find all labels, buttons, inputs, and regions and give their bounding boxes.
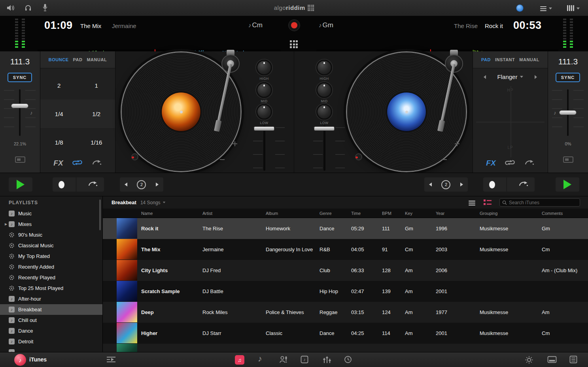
artists-icon[interactable]	[279, 356, 288, 365]
sidebar-item[interactable]: Top 25 Most Played	[0, 283, 102, 294]
itunes-icon[interactable]: ♪	[14, 354, 26, 366]
left-sync-button[interactable]: SYNC	[8, 73, 32, 82]
loop-halve-button[interactable]	[125, 183, 127, 186]
column-header[interactable]: Artist	[202, 209, 212, 218]
left-start-stop-knob[interactable]	[131, 153, 138, 160]
left-cue-button[interactable]	[59, 181, 64, 188]
tab-pad[interactable]: PAD	[73, 57, 83, 62]
sidebar-scrollbar[interactable]	[99, 199, 101, 230]
sidebar-item[interactable]: ♪Dance	[0, 326, 102, 336]
track-row[interactable]: DeepRock MilesPolice & ThievesReggae03:1…	[103, 302, 588, 323]
deck-layout-icon[interactable]	[567, 5, 575, 13]
loop-length-button[interactable]: 1	[78, 71, 115, 100]
mixer-view-icon[interactable]	[547, 356, 557, 365]
right-loop-length[interactable]: 2	[441, 180, 450, 189]
right-volume-fader-track[interactable]	[323, 126, 325, 171]
sidebar-item[interactable]: 90's Music	[0, 230, 102, 240]
left-keylock-icon[interactable]	[15, 156, 25, 163]
sidebar-item[interactable]: My Top Rated	[0, 251, 102, 262]
columns-header-row[interactable]: NameArtistAlbumGenreTimeBPMKeyYearGroupi…	[103, 209, 588, 218]
record-button[interactable]	[288, 19, 300, 31]
songs-icon[interactable]: ♪	[258, 354, 262, 363]
left-eq-mid-knob[interactable]	[256, 82, 272, 98]
fx-prev-icon[interactable]	[484, 75, 486, 79]
sidebar-item[interactable]: Classical Music	[0, 240, 102, 251]
loop-length-button[interactable]: 1/4	[40, 100, 78, 128]
right-volume-fader-handle[interactable]	[314, 126, 335, 131]
left-eq-low-knob[interactable]	[256, 104, 272, 120]
fx-next-icon[interactable]	[535, 75, 537, 79]
right-eq-high-knob[interactable]	[316, 60, 332, 75]
loop-length-button[interactable]: 1/16	[78, 128, 115, 156]
track-row[interactable]: Scratch SampleDJ BattleHip Hop02:47139Am…	[103, 281, 588, 302]
history-icon[interactable]	[344, 356, 352, 365]
track-row[interactable]: HigherDJ StarrClassicDance04:25114Am2001…	[103, 323, 588, 344]
loop-length-button[interactable]: 1/8	[40, 128, 78, 156]
right-eq-mid-knob[interactable]	[316, 82, 332, 98]
sidebar-item[interactable]: Recently Added	[0, 262, 102, 272]
track-row[interactable]	[103, 344, 588, 352]
left-pitch-slider-handle[interactable]	[11, 104, 28, 108]
tab-bounce[interactable]: BOUNCE	[49, 57, 69, 62]
pitch-bend-plus-icon[interactable]	[233, 141, 237, 146]
fx-toggle-button[interactable]: FX	[486, 159, 495, 168]
library-source-label[interactable]: iTunes	[29, 356, 47, 363]
speaker-icon[interactable]	[6, 4, 15, 13]
left-volume-fader-track[interactable]	[263, 126, 265, 171]
genres-icon[interactable]	[323, 356, 331, 365]
beat-grid-icon[interactable]	[290, 40, 298, 48]
loop-double-button[interactable]	[156, 183, 159, 186]
column-header[interactable]: Genre	[320, 209, 332, 218]
right-pitch-slider-handle[interactable]	[559, 110, 577, 115]
queue-view-icon[interactable]	[484, 199, 492, 207]
pitch-bend-minus-icon[interactable]	[442, 157, 447, 162]
track-row[interactable]: City LightsDJ FredClub06:33128Am2006Am -…	[103, 260, 588, 281]
right-eq-low-knob[interactable]	[316, 104, 332, 120]
sidebar-item[interactable]: ▶♪Mixes	[0, 219, 102, 230]
column-header[interactable]: Grouping	[480, 209, 497, 218]
day-night-mode-icon[interactable]	[525, 356, 533, 366]
right-cue-button[interactable]	[489, 181, 495, 188]
left-loop-length[interactable]: 2	[137, 180, 146, 189]
column-header[interactable]: Comments	[542, 209, 563, 218]
right-keylock-icon[interactable]	[563, 156, 573, 163]
loop-mode-icon[interactable]	[72, 159, 83, 168]
fx-toggle-button[interactable]: FX	[53, 159, 63, 168]
sidebar-item[interactable]: ♪Chill out	[0, 315, 102, 326]
library-list-icon[interactable]	[569, 356, 577, 365]
left-turntable-platter[interactable]	[122, 53, 240, 171]
sidebar-item[interactable]: ♪	[0, 347, 102, 352]
status-indicator-icon[interactable]	[516, 5, 523, 11]
left-volume-fader-handle[interactable]	[254, 126, 274, 131]
track-row[interactable]: The MixJermaineDangerously In LoveR&B04:…	[103, 239, 588, 260]
pre-cueing-icon[interactable]	[106, 356, 116, 365]
left-eq-high-knob[interactable]	[256, 60, 272, 75]
pitch-bend-plus-icon[interactable]	[455, 141, 459, 146]
sidebar-item[interactable]: ♪After-hour	[0, 294, 102, 304]
albums-icon[interactable]: ♪	[301, 356, 308, 365]
column-header[interactable]: Name	[141, 209, 153, 218]
column-header[interactable]: Time	[351, 209, 361, 218]
column-header[interactable]: Year	[436, 209, 444, 218]
right-start-stop-knob[interactable]	[355, 153, 362, 160]
right-play-button[interactable]	[556, 177, 579, 192]
tab-fx-pad[interactable]: PAD	[481, 57, 491, 62]
tab-manual[interactable]: MANUAL	[87, 57, 107, 62]
loop-mode-icon[interactable]	[505, 159, 515, 168]
loop-halve-button[interactable]	[429, 183, 432, 186]
tab-fx-instant[interactable]: INSTANT	[495, 57, 515, 62]
tab-fx-manual[interactable]: MANUAL	[519, 57, 539, 62]
sidebar-item[interactable]: ♪Breakbeat	[0, 304, 102, 315]
pitch-bend-minus-icon[interactable]	[220, 157, 225, 162]
right-slip-button[interactable]	[518, 180, 529, 189]
loop-double-button[interactable]	[460, 183, 463, 186]
column-header[interactable]: BPM	[382, 209, 391, 218]
right-sync-button[interactable]: SYNC	[556, 73, 580, 82]
track-row[interactable]: Rock itThe RiseHomeworkDance05:29111Gm19…	[103, 218, 588, 239]
left-pitch-slider-track[interactable]	[19, 89, 21, 136]
left-play-button[interactable]	[9, 177, 32, 192]
left-slip-button[interactable]	[88, 180, 98, 189]
microphone-icon[interactable]	[43, 4, 47, 13]
sidebar-item[interactable]: ♪Detroit	[0, 336, 102, 347]
list-view-icon[interactable]	[469, 199, 475, 207]
